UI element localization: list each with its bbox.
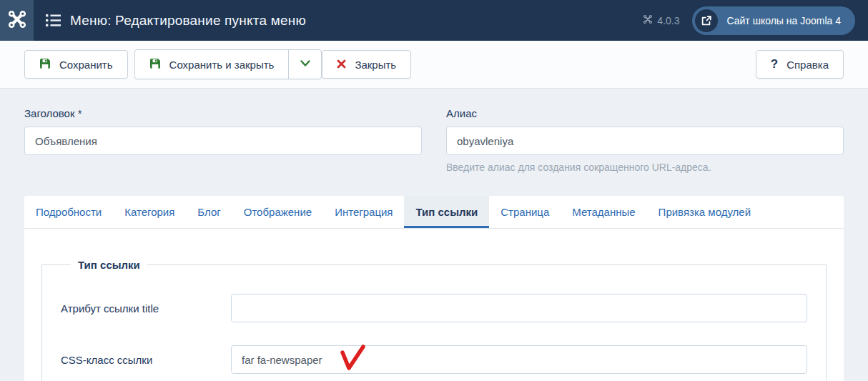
main-content: Заголовок * Алиас Введите алиас для созд… — [0, 89, 868, 381]
save-close-button[interactable]: Сохранить и закрыть — [135, 50, 289, 79]
joomla-logo-tile[interactable] — [0, 0, 34, 41]
link-title-attr-label: Атрибут ссылки title — [61, 302, 231, 315]
close-button[interactable]: Закрыть — [322, 50, 411, 79]
page-title: Меню: Редактирование пункта меню — [70, 13, 306, 29]
joomla-logo-icon — [7, 9, 27, 32]
link-css-class-row: CSS-класс ссылки — [61, 345, 807, 374]
save-icon — [39, 58, 51, 71]
tab-привязка-модулей[interactable]: Привязка модулей — [647, 196, 762, 228]
title-input[interactable] — [24, 127, 422, 155]
link-title-attr-input[interactable] — [231, 294, 807, 322]
preview-site-label: Сайт школы на Joomla 4 — [726, 15, 841, 26]
link-type-fieldset: Тип ссылки Атрибут ссылки title CSS-клас… — [41, 259, 827, 381]
tab-тип-ссылки[interactable]: Тип ссылки — [404, 196, 489, 228]
header-right: 4.0.3 Сайт школы на Joomla 4 — [643, 6, 868, 35]
help-label: Справка — [786, 59, 829, 71]
toolbar: Сохранить Сохранить и закрыть — [0, 41, 868, 89]
title-field-group: Заголовок * — [24, 107, 422, 173]
tab-интеграция[interactable]: Интеграция — [323, 196, 404, 228]
alias-label: Алиас — [446, 107, 844, 119]
tab-страница[interactable]: Страница — [489, 196, 561, 228]
joomla-version-icon — [643, 14, 653, 26]
link-css-class-label: CSS-класс ссылки — [61, 354, 231, 366]
link-title-attr-wrap — [231, 294, 807, 322]
alias-field-group: Алиас Введите алиас для создания сокраще… — [446, 107, 844, 173]
save-button[interactable]: Сохранить — [24, 50, 128, 79]
link-type-legend: Тип ссылки — [71, 259, 147, 271]
version-text: 4.0.3 — [657, 15, 679, 26]
title-label: Заголовок * — [24, 107, 422, 119]
save-dropdown-toggle[interactable] — [288, 50, 321, 79]
save-label: Сохранить — [59, 59, 113, 71]
alias-hint: Введите алиас для создания сокращенного … — [446, 162, 844, 173]
help-button[interactable]: ? Справка — [756, 50, 844, 79]
tab-bar: ПодробностиКатегорияБлогОтображениеИнтег… — [24, 196, 844, 229]
close-label: Закрыть — [355, 59, 396, 71]
tab-метаданные[interactable]: Метаданные — [561, 196, 646, 228]
menu-list-icon — [46, 14, 61, 26]
link-title-attr-row: Атрибут ссылки title — [61, 294, 807, 322]
save-icon — [149, 58, 161, 71]
tab-категория[interactable]: Категория — [113, 196, 186, 228]
save-close-label: Сохранить и закрыть — [169, 59, 275, 71]
tab-блог[interactable]: Блог — [186, 196, 232, 228]
tab-content-link-type: Тип ссылки Атрибут ссылки title CSS-клас… — [24, 229, 844, 381]
link-css-class-input[interactable] — [231, 345, 807, 374]
link-css-class-wrap — [231, 345, 807, 374]
close-x-icon — [337, 59, 346, 71]
save-close-group: Сохранить и закрыть — [134, 49, 322, 79]
external-link-icon — [695, 9, 718, 32]
title-alias-row: Заголовок * Алиас Введите алиас для созд… — [24, 107, 844, 173]
question-icon: ? — [771, 57, 778, 71]
edit-card: ПодробностиКатегорияБлогОтображениеИнтег… — [24, 196, 844, 381]
tab-подробности[interactable]: Подробности — [24, 196, 113, 228]
alias-input[interactable] — [446, 127, 844, 155]
chevron-down-icon — [300, 58, 311, 71]
version-badge: 4.0.3 — [643, 14, 679, 26]
preview-site-button[interactable]: Сайт школы на Joomla 4 — [692, 6, 855, 35]
header: Меню: Редактирование пункта меню 4.0.3 — [0, 0, 868, 41]
tab-отображение[interactable]: Отображение — [232, 196, 323, 228]
